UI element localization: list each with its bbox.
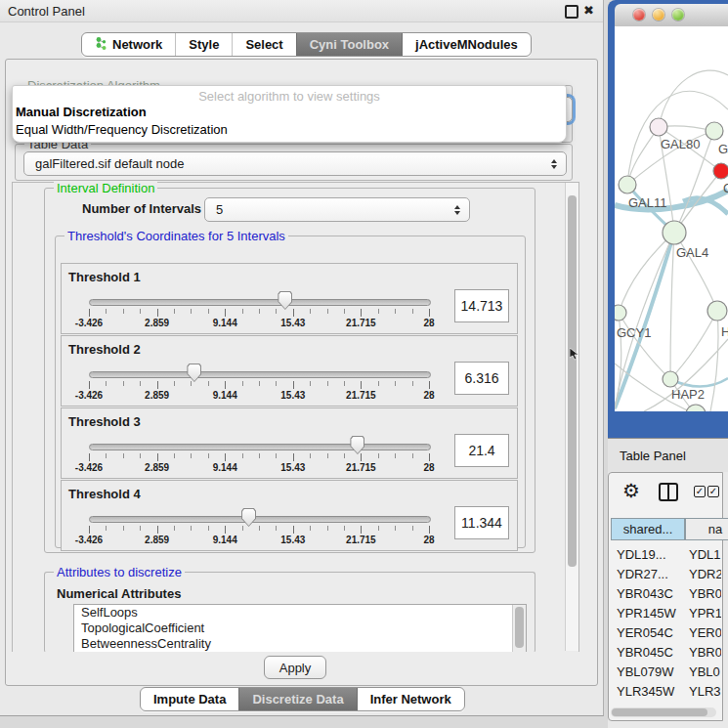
slider-track[interactable] (89, 299, 431, 306)
tick-mark (361, 453, 362, 461)
tab-style[interactable]: Style (175, 33, 232, 56)
tick-mark (395, 381, 396, 386)
network-node-gal80[interactable] (650, 118, 667, 136)
table-row[interactable]: YDL19...YDL1 (608, 544, 721, 564)
select-columns-checkbox-icon[interactable]: ✓ (707, 486, 719, 497)
tick-label: 21.715 (339, 390, 382, 401)
table-row[interactable]: YLR345WYLR3 (608, 681, 721, 701)
table-row[interactable]: YIL052CYIL0 (608, 701, 721, 705)
number-of-intervals-label: Number of Intervals (82, 201, 201, 216)
vertical-scrollbar[interactable] (565, 183, 578, 651)
table-row[interactable]: YDR27...YDR2 (608, 564, 721, 583)
slider-track[interactable] (89, 371, 431, 378)
tick-mark (327, 453, 328, 458)
slider-thumb[interactable] (241, 508, 256, 527)
number-of-intervals-combobox[interactable]: 5 (204, 197, 470, 222)
table-row[interactable]: YBR043CYBR0 (608, 583, 721, 603)
cell-name: YLR3 (689, 684, 721, 699)
network-node-gcy1[interactable] (615, 305, 626, 321)
tick-label: 15.43 (272, 462, 315, 473)
horizontal-scrollbar[interactable] (611, 707, 716, 717)
network-node-gal4[interactable] (663, 221, 686, 244)
cell-name: YIL0 (689, 704, 715, 706)
column-header-shared-[interactable]: shared... (611, 518, 685, 540)
tick-mark (140, 526, 141, 531)
node-label: GAL4 (676, 245, 708, 260)
slider-thumb[interactable] (350, 436, 364, 454)
network-window-titlebar (615, 4, 728, 27)
node-table-panel: ⚙ ✓ ✓ shared...na YDL19...YDL1YDR27...YD… (608, 472, 723, 721)
network-node-gal11[interactable] (619, 176, 636, 193)
zoom-traffic-light-icon[interactable] (672, 9, 684, 21)
tick-mark (89, 453, 90, 461)
screen: Control Panel ✖ NetworkStyleSelectCyni T… (0, 0, 728, 728)
attributes-group-label: Attributes to discretize (54, 565, 185, 579)
cell-shared-name: YDR27... (617, 567, 668, 581)
attribute-item-betweennesscentrality[interactable]: BetweennessCentrality (74, 636, 526, 652)
numerical-attributes-list[interactable]: SelfLoopsTopologicalCoefficientBetweenne… (73, 604, 527, 653)
network-node-h[interactable] (707, 301, 727, 321)
network-node-ga[interactable] (706, 122, 723, 140)
tick-label: 2.859 (136, 318, 179, 328)
tab-network[interactable]: Network (82, 33, 175, 56)
tick-mark (174, 381, 175, 386)
table-row[interactable]: YBL079WYBL0 (608, 662, 721, 681)
split-columns-icon[interactable] (659, 483, 678, 501)
tab-jactivemnodules[interactable]: jActiveMNodules (402, 33, 531, 56)
slider-thumb[interactable] (187, 364, 201, 382)
slider-track[interactable] (89, 444, 431, 450)
table-row[interactable]: YPR145WYPR1 (608, 603, 721, 622)
float-window-icon[interactable] (565, 5, 578, 19)
slider-tick-labels: -3.4262.8599.14415.4321.71528 (89, 535, 430, 546)
tab-select[interactable]: Select (232, 33, 295, 56)
tick-mark (361, 309, 362, 317)
close-icon[interactable]: ✖ (583, 3, 594, 18)
tick-label: -3.426 (67, 535, 110, 545)
table-data-combobox[interactable]: galFiltered.sif default node (23, 151, 567, 176)
tab-discretize-data[interactable]: Discretize Data (238, 688, 356, 710)
dropdown-item-equal-width-frequency-discretization[interactable]: Equal Width/Frequency Discretization (16, 122, 228, 137)
tick-mark (293, 526, 294, 534)
tick-mark (123, 381, 124, 386)
attributes-scrollbar-thumb[interactable] (515, 607, 524, 648)
cell-name: YDR2 (689, 567, 721, 581)
tick-mark (276, 526, 277, 531)
slider-ticks (89, 453, 430, 461)
slider-tick-labels: -3.4262.8599.14415.4321.71528 (89, 318, 430, 329)
threshold-value-field[interactable]: 21.4 (454, 434, 509, 467)
tab-label: Discretize Data (252, 692, 343, 707)
threshold-value-field[interactable]: 14.713 (454, 289, 509, 322)
threshold-value-field[interactable]: 6.316 (454, 362, 509, 395)
tick-mark (412, 526, 413, 531)
network-node-c[interactable] (713, 163, 728, 179)
dropdown-item-manual-discretization[interactable]: Manual Discretization (16, 105, 147, 119)
minimize-traffic-light-icon[interactable] (653, 9, 664, 21)
slider-thumb[interactable] (278, 291, 292, 310)
tick-mark (123, 453, 124, 458)
tab-label: Select (245, 37, 282, 52)
table-row[interactable]: YER054CYER0 (608, 622, 721, 642)
tab-infer-network[interactable]: Infer Network (357, 688, 464, 710)
mouse-cursor (570, 348, 579, 361)
tick-mark (412, 453, 413, 458)
threshold-value-field[interactable]: 11.344 (454, 506, 509, 539)
attribute-item-topologicalcoefficient[interactable]: TopologicalCoefficient (74, 621, 526, 636)
select-columns-checkbox-icon[interactable]: ✓ (694, 486, 706, 497)
table-row[interactable]: YBR045CYBR0 (608, 642, 721, 662)
network-node-hap2[interactable] (663, 371, 678, 387)
close-traffic-light-icon[interactable] (633, 9, 645, 21)
attribute-item-selfloops[interactable]: SelfLoops (74, 605, 526, 621)
slider-track[interactable] (89, 516, 431, 523)
column-header-na[interactable]: na (685, 518, 723, 540)
attributes-list-scrollbar[interactable] (512, 605, 526, 652)
tab-cyni-toolbox[interactable]: Cyni Toolbox (296, 33, 402, 56)
apply-button[interactable]: Apply (264, 656, 326, 679)
vertical-scrollbar-thumb[interactable] (568, 195, 577, 567)
horizontal-scrollbar-thumb[interactable] (612, 708, 707, 716)
tab-impute-data[interactable]: Impute Data (141, 688, 238, 710)
tick-mark (157, 309, 158, 317)
tick-mark (123, 309, 124, 314)
network-canvas[interactable]: GAL80GACGAL11GAL4GCY1HHAP2 (615, 26, 728, 411)
gear-icon[interactable]: ⚙ (622, 481, 640, 500)
tick-mark (208, 309, 209, 314)
